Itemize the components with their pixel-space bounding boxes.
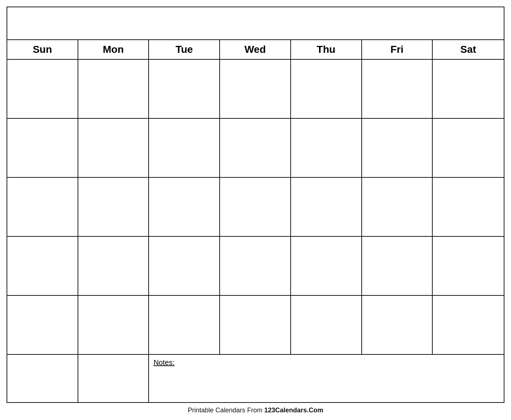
notes-row: Notes: (7, 355, 504, 402)
cell-r1-sat[interactable] (433, 60, 504, 118)
cell-r3-sat[interactable] (433, 178, 504, 236)
cell-r5-fri[interactable] (362, 296, 433, 354)
cell-r1-wed[interactable] (220, 60, 291, 118)
calendar-container: Sun Mon Tue Wed Thu Fri Sat (7, 7, 504, 403)
cell-r2-mon[interactable] (78, 119, 149, 177)
footer-brand: 123Calendars.Com (264, 407, 323, 414)
cell-r2-sat[interactable] (433, 119, 504, 177)
cell-r4-sun[interactable] (7, 237, 78, 295)
cell-r3-fri[interactable] (362, 178, 433, 236)
cell-r2-thu[interactable] (291, 119, 362, 177)
cell-r4-thu[interactable] (291, 237, 362, 295)
cell-r1-fri[interactable] (362, 60, 433, 118)
cell-r2-wed[interactable] (220, 119, 291, 177)
header-fri: Fri (362, 40, 433, 59)
notes-empty-col1 (7, 355, 78, 402)
page-wrapper: Sun Mon Tue Wed Thu Fri Sat (0, 0, 511, 420)
cell-r3-wed[interactable] (220, 178, 291, 236)
cell-r5-mon[interactable] (78, 296, 149, 354)
cell-r3-sun[interactable] (7, 178, 78, 236)
cell-r1-sun[interactable] (7, 60, 78, 118)
cell-r4-fri[interactable] (362, 237, 433, 295)
cell-r3-thu[interactable] (291, 178, 362, 236)
cell-r5-tue[interactable] (149, 296, 220, 354)
cell-r5-wed[interactable] (220, 296, 291, 354)
footer: Printable Calendars From 123Calendars.Co… (188, 407, 323, 414)
cell-r2-sun[interactable] (7, 119, 78, 177)
notes-content[interactable]: Notes: (149, 355, 504, 402)
cell-r2-tue[interactable] (149, 119, 220, 177)
cell-r2-fri[interactable] (362, 119, 433, 177)
cell-r3-tue[interactable] (149, 178, 220, 236)
cell-r1-tue[interactable] (149, 60, 220, 118)
header-sat: Sat (433, 40, 504, 59)
cell-r5-sat[interactable] (433, 296, 504, 354)
cell-r4-wed[interactable] (220, 237, 291, 295)
calendar-row-3 (7, 178, 504, 237)
footer-prefix: Printable Calendars From (188, 407, 264, 414)
calendar-row-2 (7, 119, 504, 178)
notes-empty-col2 (78, 355, 149, 402)
header-mon: Mon (78, 40, 149, 59)
header-wed: Wed (220, 40, 291, 59)
header-tue: Tue (149, 40, 220, 59)
header-sun: Sun (7, 40, 78, 59)
calendar-row-1 (7, 60, 504, 119)
cell-r1-mon[interactable] (78, 60, 149, 118)
cell-r5-sun[interactable] (7, 296, 78, 354)
calendar-title-row (7, 7, 504, 40)
cell-r3-mon[interactable] (78, 178, 149, 236)
calendar-row-4 (7, 237, 504, 296)
calendar-body: Notes: (7, 60, 504, 402)
notes-label: Notes: (153, 358, 174, 366)
cell-r4-mon[interactable] (78, 237, 149, 295)
calendar-header-row: Sun Mon Tue Wed Thu Fri Sat (7, 40, 504, 60)
calendar-row-5 (7, 296, 504, 355)
cell-r1-thu[interactable] (291, 60, 362, 118)
header-thu: Thu (291, 40, 362, 59)
cell-r4-tue[interactable] (149, 237, 220, 295)
cell-r5-thu[interactable] (291, 296, 362, 354)
cell-r4-sat[interactable] (433, 237, 504, 295)
